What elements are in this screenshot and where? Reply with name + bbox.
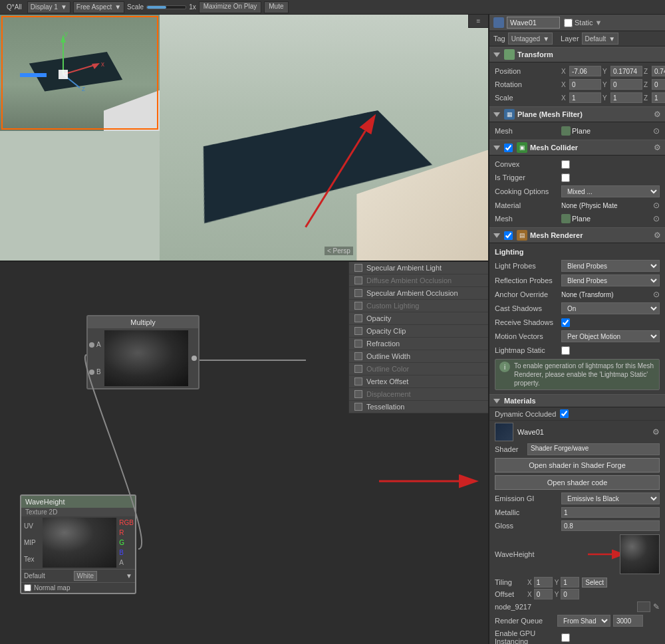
node-option-opacity-clip[interactable]: Opacity Clip xyxy=(349,325,488,338)
render-queue-value-input[interactable] xyxy=(613,615,643,627)
cast-shadows-dropdown[interactable]: On xyxy=(561,302,660,314)
gpu-instancing-row: Enable GPU Instancing xyxy=(489,628,665,644)
dynamic-occluded-checkbox[interactable] xyxy=(560,409,569,418)
rot-z-input[interactable] xyxy=(652,79,665,90)
collider-mesh-select-icon[interactable]: ⊙ xyxy=(653,214,660,223)
scale-track[interactable] xyxy=(146,5,186,9)
custom-lighting-checkbox[interactable] xyxy=(354,302,362,310)
tiling-x-input[interactable] xyxy=(534,577,553,588)
node-option-outline-color[interactable]: Outline Color xyxy=(349,363,488,376)
gloss-input[interactable] xyxy=(561,520,660,531)
node-option-specular-ambient-light[interactable]: Specular Ambient Light xyxy=(349,262,488,274)
plane-filter-header[interactable]: ▦ Plane (Mesh Filter) ⚙ xyxy=(489,106,665,122)
opacity-clip-checkbox[interactable] xyxy=(354,327,362,335)
displacement-checkbox[interactable] xyxy=(354,390,362,398)
mesh-collider-enable-checkbox[interactable] xyxy=(504,144,513,152)
input-port-a[interactable]: A xyxy=(89,341,101,348)
scale-slider[interactable]: Scale 1x xyxy=(127,3,196,11)
tessellation-checkbox[interactable] xyxy=(354,403,362,411)
refraction-checkbox[interactable] xyxy=(354,340,362,348)
main-3d-view[interactable]: < Persp xyxy=(160,15,488,261)
wave-height-node[interactable]: WaveHeight Texture 2D UV MIP Tex RGB R xyxy=(20,494,136,594)
node-id-edit-icon[interactable]: ✎ xyxy=(653,602,660,611)
scale-x-input[interactable] xyxy=(569,92,601,103)
rot-y-input[interactable] xyxy=(610,79,642,90)
shader-graph[interactable]: Specular Ambient Light Diffuse Ambient O… xyxy=(0,261,488,644)
collider-material-select-icon[interactable]: ⊙ xyxy=(653,201,660,210)
node-option-refraction[interactable]: Refraction xyxy=(349,338,488,350)
node-option-tessellation[interactable]: Tessellation xyxy=(349,401,488,413)
diffuse-ambient-occ-checkbox[interactable] xyxy=(354,276,362,284)
normal-map-checkbox[interactable] xyxy=(24,584,31,591)
pos-y-input[interactable]: 0.17074 xyxy=(610,66,642,76)
channel-g: G xyxy=(119,539,134,546)
motion-vectors-dropdown[interactable]: Per Object Motion xyxy=(561,330,660,342)
tag-dropdown[interactable]: Untagged ▼ xyxy=(508,33,553,45)
transform-header[interactable]: Transform xyxy=(489,47,665,62)
outline-width-checkbox[interactable] xyxy=(354,352,362,360)
object-name-input[interactable]: Wave01 xyxy=(507,17,560,29)
vertex-offset-checkbox[interactable] xyxy=(354,377,362,385)
node-option-opacity[interactable]: Opacity xyxy=(349,312,488,325)
outline-color-checkbox[interactable] xyxy=(354,365,362,373)
tiling-y-input[interactable] xyxy=(561,577,579,588)
open-shader-forge-btn[interactable]: Open shader in Shader Forge xyxy=(495,458,660,473)
mesh-renderer-settings-icon[interactable]: ⚙ xyxy=(654,231,661,240)
info-icon: i xyxy=(499,362,510,372)
specular-ambient-light-checkbox[interactable] xyxy=(354,264,362,272)
lightmap-static-checkbox[interactable] xyxy=(561,346,570,355)
mini-viewport[interactable]: y x z xyxy=(0,15,160,131)
node-option-displacement[interactable]: Displacement xyxy=(349,388,488,401)
gloss-row: Gloss xyxy=(489,519,665,532)
mute-btn[interactable]: Mute xyxy=(264,1,288,13)
layer-dropdown[interactable]: Default ▼ xyxy=(582,33,619,45)
offset-x-input[interactable] xyxy=(534,589,553,599)
graph-top-bar[interactable]: ≡ xyxy=(468,15,488,28)
anchor-override-select-icon[interactable]: ⊙ xyxy=(653,290,660,299)
gpu-instancing-checkbox[interactable] xyxy=(561,633,570,642)
mesh-collider-header[interactable]: ▣ Mesh Collider ⚙ xyxy=(489,140,665,156)
specular-ambient-occ-checkbox[interactable] xyxy=(354,289,362,297)
materials-header[interactable]: Materials xyxy=(489,394,665,407)
mesh-renderer-header[interactable]: ▤ Mesh Renderer ⚙ xyxy=(489,227,665,243)
light-probes-dropdown[interactable]: Blend Probes xyxy=(561,260,660,272)
rot-x-input[interactable] xyxy=(569,79,601,90)
opacity-checkbox[interactable] xyxy=(354,314,362,322)
viewport-3d[interactable]: y x z xyxy=(0,15,488,261)
node-option-vertex-offset[interactable]: Vertex Offset xyxy=(349,376,488,388)
plane-mesh-select-icon[interactable]: ⊙ xyxy=(653,126,660,136)
display-dropdown[interactable]: Display 1 ▼ xyxy=(27,1,70,13)
output-port[interactable] xyxy=(192,356,197,361)
mesh-collider-settings-icon[interactable]: ⚙ xyxy=(654,143,661,152)
open-shader-code-btn[interactable]: Open shader code xyxy=(495,475,660,490)
pos-x-input[interactable]: -7.06 xyxy=(569,66,601,76)
node-option-diffuse-ambient-occ[interactable]: Diffuse Ambient Occlusion xyxy=(349,274,488,287)
static-checkbox[interactable] xyxy=(564,19,573,27)
pos-z-input[interactable]: 0.74537 xyxy=(652,66,665,76)
multiply-node[interactable]: Multiply A B xyxy=(86,315,200,389)
render-queue-dropdown[interactable]: From Shader xyxy=(557,615,610,627)
node-option-custom-lighting[interactable]: Custom Lighting xyxy=(349,300,488,312)
metallic-input[interactable] xyxy=(561,507,660,518)
is-trigger-checkbox[interactable] xyxy=(561,173,570,182)
offset-y-input[interactable] xyxy=(561,589,579,599)
emission-gi-dropdown[interactable]: Emissive Is Black xyxy=(561,492,660,504)
convex-checkbox[interactable] xyxy=(561,160,570,169)
node-option-outline-width[interactable]: Outline Width xyxy=(349,350,488,363)
node-option-specular-ambient-occ[interactable]: Specular Ambient Occlusion xyxy=(349,287,488,300)
mat-settings-icon[interactable]: ⚙ xyxy=(652,427,660,437)
input-port-b[interactable]: B xyxy=(89,368,101,376)
receive-shadows-checkbox[interactable] xyxy=(561,318,570,327)
mesh-renderer-enable-checkbox[interactable] xyxy=(504,231,513,240)
transform-icon xyxy=(504,49,515,60)
maximize-on-play-btn[interactable]: Maximize On Play xyxy=(199,1,262,13)
reflection-probes-dropdown[interactable]: Blend Probes xyxy=(561,274,660,286)
scale-z-input[interactable] xyxy=(652,92,665,103)
scale-y-input[interactable] xyxy=(610,92,642,103)
aspect-dropdown[interactable]: Free Aspect ▼ xyxy=(73,1,124,13)
cooking-options-dropdown[interactable]: Mixed ... xyxy=(561,185,660,197)
texture-select-btn[interactable]: Select xyxy=(582,578,607,588)
inspector-scroll[interactable]: Transform Position X -7.06 Y 0.17074 Z 0… xyxy=(489,47,665,644)
plane-filter-settings-icon[interactable]: ⚙ xyxy=(654,110,661,119)
shader-path-dropdown[interactable]: Shader Forge/wave xyxy=(527,443,660,455)
